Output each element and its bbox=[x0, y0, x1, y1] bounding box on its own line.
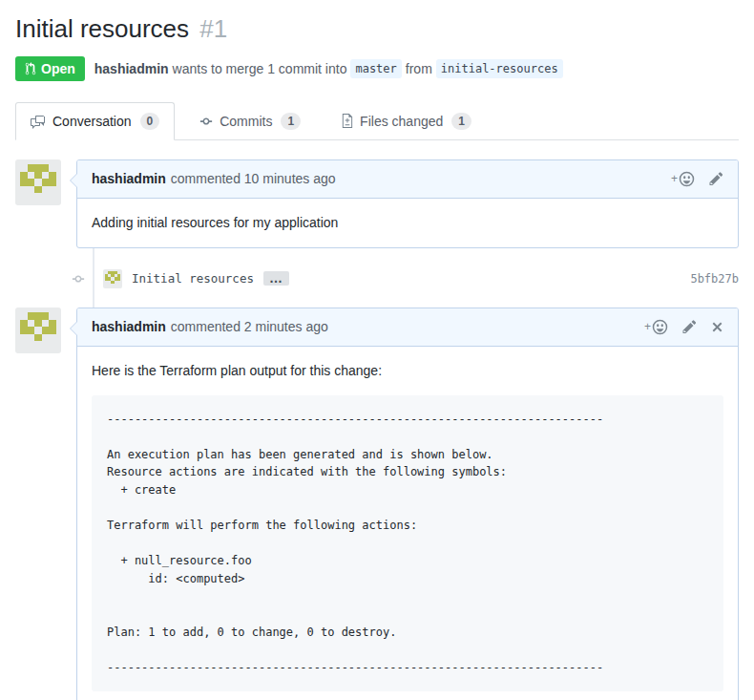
commit-expand-button[interactable]: … bbox=[263, 271, 289, 286]
comment-body: Here is the Terraform plan output for th… bbox=[77, 347, 738, 700]
commit-message-link[interactable]: Initial resources bbox=[132, 271, 254, 286]
tab-commits-counter: 1 bbox=[281, 113, 301, 130]
plus-icon: + bbox=[644, 321, 651, 332]
pr-meta: Open hashiadmin wants to merge 1 commit … bbox=[15, 56, 739, 81]
smiley-icon bbox=[679, 171, 695, 187]
pr-title-text: Initial resources bbox=[15, 14, 189, 43]
avatar[interactable] bbox=[15, 308, 61, 353]
comment-box: hashiadmin commented 2 minutes ago + bbox=[76, 308, 739, 700]
identicon-avatar-icon bbox=[20, 164, 56, 201]
tab-files-changed-label: Files changed bbox=[360, 114, 443, 129]
tab-conversation-label: Conversation bbox=[52, 114, 132, 129]
pencil-icon bbox=[709, 171, 723, 186]
page-title: Initial resources #1 bbox=[15, 13, 739, 45]
pr-number: #1 bbox=[199, 14, 227, 43]
add-reaction-button[interactable]: + bbox=[671, 171, 695, 187]
git-pull-request-icon bbox=[25, 62, 36, 75]
terraform-plan-output: ----------------------------------------… bbox=[92, 395, 723, 692]
pencil-icon bbox=[682, 319, 697, 334]
tab-commits-label: Commits bbox=[220, 114, 272, 129]
edit-comment-button[interactable] bbox=[709, 171, 723, 186]
comment-text: Adding initial resources for my applicat… bbox=[92, 213, 723, 233]
tab-files-changed-counter: 1 bbox=[451, 113, 471, 130]
comment-header: hashiadmin commented 2 minutes ago + bbox=[77, 308, 738, 347]
pr-state-badge: Open bbox=[15, 56, 85, 81]
pr-state-label: Open bbox=[41, 61, 75, 76]
merge-text-from: from bbox=[406, 61, 432, 76]
comment-actions: + bbox=[644, 319, 723, 335]
plus-icon: + bbox=[671, 173, 678, 184]
timeline-comment-1: hashiadmin commented 10 minutes ago + Ad… bbox=[15, 159, 739, 248]
comment-meta: commented 10 minutes ago bbox=[171, 171, 336, 186]
git-commit-timeline-icon bbox=[68, 268, 89, 289]
merge-text: wants to merge 1 commit into bbox=[173, 61, 347, 76]
identicon-avatar-icon bbox=[105, 271, 120, 286]
commit-author-avatar[interactable] bbox=[103, 269, 122, 288]
smiley-icon bbox=[652, 319, 668, 335]
comment-text: Here is the Terraform plan output for th… bbox=[92, 361, 723, 381]
pull-request-page: Initial resources #1 Open hashiadmin wan… bbox=[0, 13, 754, 700]
comment-body: Adding initial resources for my applicat… bbox=[77, 199, 738, 247]
tab-conversation-counter: 0 bbox=[140, 113, 160, 130]
comment-header: hashiadmin commented 10 minutes ago + bbox=[77, 160, 738, 199]
comment-discussion-icon bbox=[31, 114, 46, 129]
avatar[interactable] bbox=[15, 159, 61, 205]
comment-author-link[interactable]: hashiadmin bbox=[92, 319, 166, 334]
comment-actions: + bbox=[671, 171, 723, 187]
pr-author-link[interactable]: hashiadmin bbox=[94, 61, 169, 76]
git-commit-icon bbox=[199, 115, 213, 128]
tab-files-changed[interactable]: Files changed 1 bbox=[325, 102, 487, 140]
comment-author-link[interactable]: hashiadmin bbox=[92, 171, 166, 186]
commit-timeline-row: Initial resources … 5bfb27b bbox=[15, 264, 739, 294]
base-branch-ref[interactable]: master bbox=[350, 59, 401, 78]
tab-conversation[interactable]: Conversation 0 bbox=[15, 102, 175, 140]
file-diff-icon bbox=[341, 114, 353, 128]
head-branch-ref[interactable]: initial-resources bbox=[436, 59, 563, 78]
add-reaction-button[interactable]: + bbox=[644, 319, 668, 335]
discussion-timeline: hashiadmin commented 10 minutes ago + Ad… bbox=[15, 159, 739, 700]
comment-box: hashiadmin commented 10 minutes ago + Ad… bbox=[76, 159, 739, 248]
edit-comment-button[interactable] bbox=[682, 319, 697, 334]
delete-comment-button[interactable] bbox=[711, 320, 723, 334]
tab-commits[interactable]: Commits 1 bbox=[184, 102, 316, 140]
commit-sha-link[interactable]: 5bfb27b bbox=[690, 272, 739, 286]
comment-meta: commented 2 minutes ago bbox=[171, 319, 328, 334]
timeline-comment-2: hashiadmin commented 2 minutes ago + bbox=[15, 308, 739, 700]
pr-tabnav: Conversation 0 Commits 1 Files changed 1 bbox=[15, 102, 739, 140]
x-icon bbox=[711, 320, 723, 334]
identicon-avatar-icon bbox=[20, 312, 56, 349]
